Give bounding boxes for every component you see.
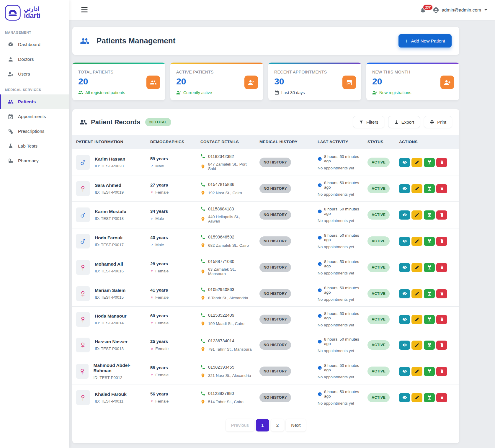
add-new-patient-button[interactable]: + Add New Patient [398,34,452,48]
appointment-patient-button[interactable] [424,367,435,376]
edit-patient-button[interactable] [411,315,422,324]
notifications-button[interactable]: 237 [420,7,426,13]
patient-gender: Female [155,321,169,325]
activity-note: No appointments yet [318,323,360,327]
funnel-icon [359,120,364,125]
activity-time: 8 hours, 50 minutes ago [324,259,360,268]
edit-patient-button[interactable] [411,367,422,376]
gender-avatar-icon: ♂ [76,234,90,248]
patient-name: Karim Mostafa [95,209,126,214]
export-button[interactable]: Export [388,116,420,128]
table-row: ♀ Khaled Farouk ID: TEST-P0011 56 years … [72,385,459,411]
patient-name: Sara Ahmed [95,183,124,188]
sidebar-item-appointments[interactable]: Appointments [0,109,69,124]
appointment-patient-button[interactable] [424,210,435,220]
patient-id: ID: TEST-P0013 [95,346,128,351]
appointment-patient-button[interactable] [424,341,435,350]
appointment-patient-button[interactable] [424,393,435,402]
edit-patient-button[interactable] [411,289,422,298]
status-badge: ACTIVE [367,263,390,272]
delete-patient-button[interactable] [436,237,447,246]
view-patient-button[interactable] [399,210,410,220]
edit-patient-button[interactable] [411,341,422,350]
patient-address: 440 Heliopolis St., Aswan [208,215,252,223]
table-row: ♂ Karim Hassan ID: TEST-P0020 59 years ♂… [72,149,459,176]
trash-icon [440,186,444,191]
sidebar-item-label: Patients [18,99,36,104]
people-icon [78,90,83,95]
pagination-1[interactable]: 1 [256,419,269,431]
delete-patient-button[interactable] [436,263,447,272]
notification-count-badge: 237 [423,4,433,10]
user-menu[interactable]: admin@admin.com [433,7,487,13]
sidebar-item-doctors[interactable]: Doctors [0,52,69,67]
records-header: Patient Records 20 TOTAL Filters Export … [72,109,459,135]
sidebar-item-patients[interactable]: Patients [0,94,69,109]
person-plus-icon [444,79,451,86]
view-patient-button[interactable] [399,367,410,376]
trash-icon [440,343,444,347]
view-patient-button[interactable] [399,237,410,246]
sidebar-item-pharmacy[interactable]: Pharmacy [0,153,69,168]
view-patient-button[interactable] [399,184,410,193]
view-patient-button[interactable] [399,289,410,298]
table-row: ♂ Hoda Farouk ID: TEST-P0017 43 years ♂ … [72,228,459,254]
patient-name: Hoda Mansour [95,313,127,319]
delete-patient-button[interactable] [436,210,447,220]
edit-patient-button[interactable] [411,263,422,272]
app-logo[interactable]: ادارتي idarti [0,0,69,24]
appointment-patient-button[interactable] [424,289,435,298]
appointment-patient-button[interactable] [424,315,435,324]
calendar-icon [274,90,279,95]
pills-icon [8,128,14,134]
delete-patient-button[interactable] [436,289,447,298]
patient-age: 59 years [150,156,193,161]
view-patient-button[interactable] [399,393,410,402]
pencil-icon [415,395,419,400]
patient-gender: Male [155,243,164,247]
menu-toggle-icon[interactable] [81,6,88,14]
stat-card-recent-appointments: RECENT APPOINTMENTS 30 Last 30 days [268,63,361,100]
clock-icon [318,183,322,187]
delete-patient-button[interactable] [436,367,447,376]
status-badge: ACTIVE [367,158,390,167]
view-patient-button[interactable] [399,263,410,272]
delete-patient-button[interactable] [436,341,447,350]
pagination-next[interactable]: Next [286,419,306,431]
view-patient-button[interactable] [399,158,410,167]
appointment-patient-button[interactable] [424,158,435,167]
appointment-patient-button[interactable] [424,184,435,193]
filters-button[interactable]: Filters [353,116,384,128]
print-button[interactable]: Print [424,116,452,128]
delete-patient-button[interactable] [436,158,447,167]
edit-patient-button[interactable] [411,237,422,246]
sidebar-item-dashboard[interactable]: Dashboard [0,37,69,52]
appointment-patient-button[interactable] [424,263,435,272]
edit-patient-button[interactable] [411,158,422,167]
delete-patient-button[interactable] [436,315,447,324]
patient-address: 192 Nasr St., Cairo [208,191,242,195]
edit-patient-button[interactable] [411,184,422,193]
edit-patient-button[interactable] [411,393,422,402]
pagination-previous[interactable]: Previous [226,419,254,431]
view-patient-button[interactable] [399,341,410,350]
delete-patient-button[interactable] [436,184,447,193]
pagination-2[interactable]: 2 [271,419,284,431]
stat-card-total-patients: TOTAL PATIENTS 20 All registered patient… [72,63,165,100]
sidebar-item-users[interactable]: Users [0,67,69,81]
pills2-icon [8,158,14,164]
calendar-icon [274,90,279,95]
patient-id: ID: TEST-P0017 [95,243,124,247]
view-patient-button[interactable] [399,315,410,324]
sidebar-item-label: Lab Tests [18,143,37,149]
history-badge: NO HISTORY [259,158,291,167]
stat-caption: Last 30 days [281,90,305,95]
delete-patient-button[interactable] [436,393,447,402]
patient-age: 56 years [150,391,193,396]
edit-patient-button[interactable] [411,210,422,220]
sidebar-item-lab-tests[interactable]: Lab Tests [0,139,69,153]
patient-age: 25 years [150,339,193,344]
appointment-patient-button[interactable] [424,237,435,246]
phone-icon [200,287,205,292]
sidebar-item-prescriptions[interactable]: Prescriptions [0,124,69,139]
